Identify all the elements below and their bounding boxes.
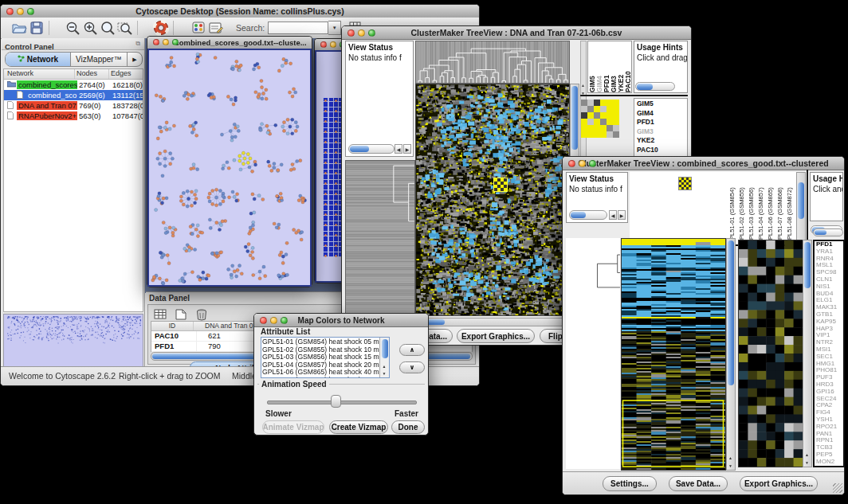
close-button[interactable] bbox=[320, 41, 327, 48]
close-button[interactable] bbox=[6, 8, 14, 15]
vizmapper-palette-icon[interactable] bbox=[190, 20, 207, 36]
attribute-list-item[interactable]: GPL51-02 (GSM855) heat shock 10 min bbox=[262, 346, 379, 354]
speed-slider-track[interactable] bbox=[267, 400, 417, 404]
tv2-zoom-vscrollbar[interactable]: ▲ ▼ bbox=[803, 240, 812, 467]
treeview1-titlebar[interactable]: ClusterMaker TreeView : DNA and Tran 07-… bbox=[342, 26, 691, 40]
table-row[interactable]: DNA and Tran 07769(0)183728(0) bbox=[4, 100, 143, 111]
tv1-column-dendrogram[interactable] bbox=[415, 41, 570, 84]
tv2-column-tree-area[interactable] bbox=[630, 172, 728, 246]
table-row[interactable]: combined_sco2569(6)13112(15) bbox=[4, 90, 143, 100]
nodes-count: 563(0) bbox=[77, 111, 111, 120]
tv2-heatmap[interactable] bbox=[621, 238, 726, 471]
col-header-network[interactable]: Network bbox=[4, 69, 75, 79]
tv1-selected-submatrix[interactable] bbox=[581, 100, 619, 138]
tv2-save-data-button[interactable]: Save Data... bbox=[669, 476, 728, 491]
col-header-nodes[interactable]: Nodes bbox=[75, 69, 109, 79]
close-button[interactable] bbox=[568, 160, 575, 167]
network-overview-panel[interactable] bbox=[3, 314, 143, 368]
float-panel-icon[interactable]: ⧉ bbox=[135, 40, 140, 48]
attribute-select-icon[interactable] bbox=[151, 307, 169, 322]
submatrix-cell bbox=[600, 131, 607, 138]
tv2-export-graphics-button[interactable]: Export Graphics... bbox=[740, 476, 818, 491]
close-button[interactable] bbox=[153, 39, 159, 45]
zoom-in-icon[interactable] bbox=[81, 20, 99, 36]
resize-grip[interactable] bbox=[833, 483, 842, 493]
zoom-button[interactable] bbox=[589, 160, 596, 167]
row-id: PFD1 bbox=[151, 342, 197, 351]
attribute-list-vscrollbar[interactable]: ▲ ▼ bbox=[379, 338, 389, 377]
create-vizmap-button[interactable]: Create Vizmap bbox=[329, 420, 388, 434]
tv2-genelist-scrollbar[interactable] bbox=[813, 229, 843, 236]
attribute-list-item[interactable]: GPL51-03 (GSM856) heat shock 15 min bbox=[262, 354, 379, 361]
zoom-fit-icon[interactable] bbox=[99, 20, 116, 36]
tv1-status-scroll-left[interactable]: ◀ bbox=[395, 144, 402, 154]
gene-label[interactable]: MON2 bbox=[816, 459, 843, 466]
tv2-zoom-heatmap[interactable] bbox=[738, 240, 803, 467]
dp-col-id[interactable]: ID bbox=[151, 322, 194, 330]
tv2-row-dendrogram[interactable] bbox=[566, 238, 620, 469]
tab-network[interactable]: Network bbox=[6, 53, 71, 66]
tv1-hints-scrollbar[interactable] bbox=[635, 82, 675, 91]
delete-attribute-icon[interactable] bbox=[193, 307, 210, 322]
save-icon[interactable] bbox=[28, 20, 45, 36]
attribute-list-item[interactable]: GPL51-06 (GSM865) heat shock 40 min bbox=[262, 369, 379, 377]
table-row[interactable]: combined_scores2764(0)16218(0) bbox=[4, 80, 143, 90]
minimize-button[interactable] bbox=[330, 41, 336, 48]
done-button[interactable]: Done bbox=[391, 420, 425, 434]
main-titlebar[interactable]: Cytoscape Desktop (Session Name: collins… bbox=[1, 5, 479, 18]
col-header-edges[interactable]: Edges bbox=[109, 69, 143, 79]
tv1-status-scrollbar[interactable] bbox=[348, 144, 395, 154]
map-dialog-titlebar[interactable]: Map Colors to Network bbox=[254, 314, 428, 327]
tv2-status-scroll-left[interactable]: ◀ bbox=[609, 210, 617, 220]
tv2-heatmap-vscrollbar[interactable]: ▲ ▼ bbox=[726, 238, 736, 471]
minimize-button[interactable] bbox=[163, 39, 169, 45]
tab-vizmapper[interactable]: VizMapper™ bbox=[71, 53, 128, 66]
close-button[interactable] bbox=[347, 29, 355, 37]
move-down-button[interactable]: ∨ bbox=[399, 361, 425, 373]
network-view-titlebar[interactable]: combined_scores_good.txt--cluste... bbox=[147, 37, 312, 49]
attribute-list-item[interactable]: GPL51-01 (GSM854) heat shock 05 min bbox=[262, 338, 379, 346]
minimize-button[interactable] bbox=[358, 29, 365, 37]
open-folder-icon[interactable] bbox=[10, 20, 28, 36]
tv1-row-label: GIM3 bbox=[637, 127, 687, 137]
zoom-button[interactable] bbox=[368, 29, 375, 37]
animate-vizmap-button[interactable]: Animate Vizmap bbox=[262, 420, 324, 434]
speed-slider-thumb[interactable] bbox=[331, 395, 341, 408]
annotation-note-icon[interactable] bbox=[207, 20, 225, 36]
zoom-selected-icon[interactable] bbox=[116, 20, 134, 36]
row-id: PAC10 bbox=[151, 331, 197, 341]
tv1-row-dendrogram[interactable] bbox=[345, 160, 415, 316]
tv2-status-scroll-right[interactable]: ▶ bbox=[618, 210, 626, 220]
animation-speed-group: Animation Speed Slower Faster bbox=[257, 384, 425, 418]
close-button[interactable] bbox=[260, 317, 267, 324]
tab-overflow-button[interactable]: ▶ bbox=[128, 53, 142, 66]
zoom-button[interactable] bbox=[281, 317, 288, 324]
zoom-button[interactable] bbox=[172, 39, 179, 45]
attribute-list-item[interactable]: GPL51-04 (GSM857) heat shock 20 min bbox=[262, 361, 379, 369]
attribute-listbox[interactable]: GPL51-01 (GSM854) heat shock 05 minGPL51… bbox=[261, 337, 390, 378]
zoom-out-icon[interactable] bbox=[64, 20, 81, 36]
tv1-heatmap[interactable] bbox=[415, 84, 570, 316]
search-label: Search: bbox=[236, 23, 265, 33]
tv2-settings-button[interactable]: Settings... bbox=[603, 476, 657, 491]
move-up-button[interactable]: ∧ bbox=[399, 344, 425, 356]
tv2-collabel-vscrollbar[interactable] bbox=[796, 172, 806, 246]
tv2-gene-list[interactable]: PFD1YRA1RNR4MSL1SPC98CLN1NIS1BUD4ELG1MAK… bbox=[813, 240, 845, 467]
table-row[interactable]: RNAPuberNov2+563(0)107847(0) bbox=[4, 111, 143, 121]
search-input[interactable] bbox=[268, 21, 328, 34]
new-attribute-icon[interactable] bbox=[172, 307, 190, 322]
tv1-export-graphics-button[interactable]: Export Graphics... bbox=[457, 329, 535, 343]
map-dialog-title: Map Colors to Network bbox=[298, 316, 385, 325]
tv1-usage-hints-title: Usage Hints bbox=[634, 41, 687, 52]
minimize-button[interactable] bbox=[579, 160, 586, 167]
minimize-button[interactable] bbox=[270, 317, 277, 324]
attribute-list-item[interactable]: GPL51-07 (GSM868) heat shock 60 min bbox=[262, 377, 379, 378]
network-view-canvas-frame[interactable] bbox=[147, 49, 312, 287]
zoom-button[interactable] bbox=[27, 8, 34, 15]
tv2-status-scrollbar[interactable] bbox=[569, 210, 607, 220]
search-dropdown-button[interactable]: ▼ bbox=[328, 21, 341, 35]
minimize-button[interactable] bbox=[17, 8, 24, 15]
treeview2-titlebar[interactable]: ClusterMaker TreeView : combined_scores_… bbox=[563, 157, 844, 170]
tv1-status-scroll-right[interactable]: ▶ bbox=[403, 144, 411, 154]
help-lifesaver-icon[interactable] bbox=[152, 20, 170, 36]
